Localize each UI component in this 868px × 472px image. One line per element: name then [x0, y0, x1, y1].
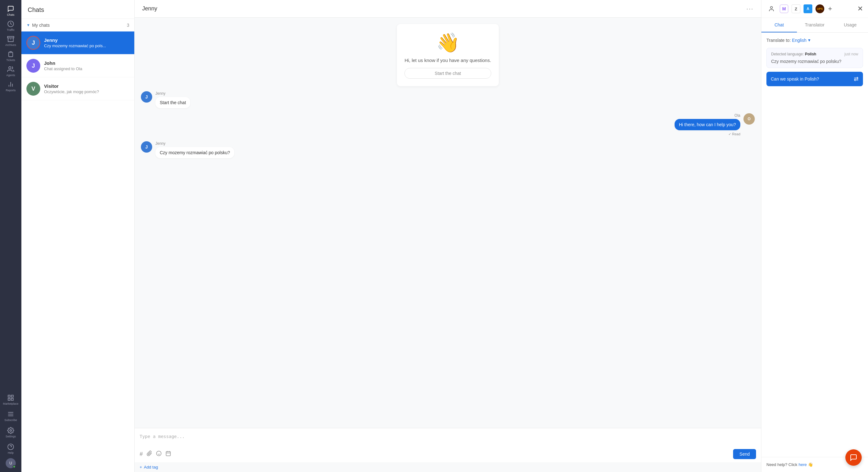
svg-rect-9	[11, 395, 13, 397]
right-panel-body: Translate to: English ▼ Detected languag…	[762, 33, 868, 457]
help-text: Need help? Click	[767, 462, 797, 467]
right-panel-tabs: Chat Translator Usage	[762, 18, 868, 33]
calendar-icon[interactable]	[165, 451, 171, 458]
welcome-text: Hi, let us know if you have any question…	[404, 58, 491, 63]
sidebar-item-marketplace[interactable]: Marketplace	[4, 393, 18, 407]
user-avatar[interactable]: U	[6, 458, 16, 468]
chat-preview-john: Chat assigned to Ola	[44, 66, 129, 71]
translate-language-value: English	[792, 38, 806, 43]
zendesk-z-icon-button[interactable]: Z	[792, 4, 800, 13]
msg-content-2: Ola Hi there, how can I help you? ✓ Read	[675, 113, 740, 136]
msg-content-3: Jenny Czy mozemy rozmawiać po polsku?	[155, 141, 234, 158]
input-area: #	[134, 428, 761, 462]
svg-rect-11	[11, 398, 13, 400]
detected-time: just now	[844, 52, 858, 56]
translation-icon-button[interactable]: A	[804, 4, 812, 13]
sidebar-item-reports[interactable]: Reports	[4, 79, 18, 93]
my-chats-label: My chats	[32, 23, 50, 28]
right-panel-header: M Z A UPS + ✕	[762, 0, 868, 18]
chat-item-visitor[interactable]: V Visitor Oczywiście, jak mogę pomóc?	[21, 78, 134, 100]
welcome-bubble: 👋 Hi, let us know if you have any questi…	[397, 24, 498, 86]
sidebar-item-archives[interactable]: Archives	[4, 34, 18, 48]
chat-name-john: John	[44, 60, 129, 66]
chat-preview-jenny: Czy mozemy rozmawiać po pols...	[44, 43, 129, 48]
person-icon-button[interactable]	[767, 4, 776, 14]
svg-rect-1	[7, 36, 14, 38]
hashtag-icon[interactable]: #	[140, 451, 143, 458]
add-integration-button[interactable]: +	[828, 5, 832, 13]
translate-to-label: Translate to:	[767, 38, 790, 43]
messages-area: 👋 Hi, let us know if you have any questi…	[134, 18, 761, 428]
detected-label: Detected language: Polish	[771, 52, 816, 56]
detected-header: Detected language: Polish just now	[771, 52, 858, 56]
online-indicator	[12, 465, 16, 468]
input-toolbar: #	[140, 449, 756, 459]
send-button[interactable]: Send	[733, 449, 756, 459]
right-panel: M Z A UPS + ✕ Chat Translator Usage Tran…	[761, 0, 868, 472]
sidebar-item-chats[interactable]: Chats	[4, 4, 18, 18]
sidebar-item-traffic[interactable]: Traffic	[4, 19, 18, 33]
svg-point-25	[771, 7, 773, 9]
main-chat: Jenny ··· 👋 Hi, let us know if you have …	[134, 0, 761, 472]
ups-icon-button[interactable]: UPS	[815, 4, 824, 13]
chat-avatar-jenny: J	[26, 36, 40, 50]
tab-chat[interactable]: Chat	[762, 18, 797, 32]
read-status: ✓ Read	[675, 132, 740, 136]
sidebar-item-help[interactable]: Help	[4, 442, 18, 455]
chat-item-jenny[interactable]: J Jenny Czy mozemy rozmawiać po pols...	[21, 31, 134, 54]
wave-emoji: 👋	[404, 31, 491, 54]
sidebar: Chats Traffic Archives Tickets	[0, 0, 21, 472]
help-link[interactable]: here	[799, 462, 807, 467]
attachment-icon[interactable]	[147, 451, 152, 458]
start-chat-button[interactable]: Start the chat	[404, 68, 491, 79]
chat-list: J Jenny Czy mozemy rozmawiać po pols... …	[21, 31, 134, 472]
chat-header: Jenny ···	[134, 0, 761, 18]
chat-info-jenny: Jenny Czy mozemy rozmawiać po pols...	[44, 37, 129, 48]
msg-sender-1: Jenny	[155, 91, 190, 96]
jenny-avatar-msg1: J	[141, 91, 152, 102]
svg-rect-3	[10, 51, 12, 53]
msg-bubble-1: Start the chat	[155, 97, 190, 108]
tab-translator[interactable]: Translator	[797, 18, 833, 32]
zendesk-icon-button[interactable]: M	[780, 4, 788, 13]
message-group-2: O Ola Hi there, how can I help you? ✓ Re…	[141, 113, 755, 136]
msg-content-1: Jenny Start the chat	[155, 91, 190, 108]
svg-point-4	[9, 66, 11, 68]
svg-rect-10	[8, 398, 10, 400]
jenny-avatar-msg3: J	[141, 141, 152, 153]
translate-to-row: Translate to: English ▼	[767, 38, 863, 43]
translate-action-icon[interactable]: ⇄	[854, 76, 859, 83]
chats-panel-title: Chats	[21, 0, 134, 19]
msg-sender-3: Jenny	[155, 141, 234, 146]
messages-wrapper: 👋 Hi, let us know if you have any questi…	[134, 18, 761, 428]
floating-chat-button[interactable]	[845, 449, 862, 466]
svg-rect-8	[8, 395, 10, 397]
sidebar-item-subscribe[interactable]: Subscribe	[4, 409, 18, 423]
chat-header-menu-button[interactable]: ···	[746, 5, 753, 12]
chat-name-visitor: Visitor	[44, 83, 129, 89]
sidebar-item-agents[interactable]: Agents	[4, 64, 18, 78]
my-chats-header[interactable]: ▼ My chats 3	[21, 19, 134, 31]
emoji-icon[interactable]	[156, 451, 162, 458]
close-panel-button[interactable]: ✕	[857, 5, 863, 13]
original-text: Czy mozemy rozmawiać po polsku?	[771, 59, 858, 64]
my-chats-chevron: ▼	[26, 23, 30, 27]
sidebar-item-tickets[interactable]: Tickets	[4, 49, 18, 63]
translate-language-selector[interactable]: English ▼	[792, 38, 811, 43]
message-input[interactable]	[140, 433, 756, 445]
add-tag-button[interactable]: + Add tag	[134, 462, 761, 472]
chats-panel: Chats ▼ My chats 3 J Jenny Czy mozemy ro…	[21, 0, 134, 472]
chat-info-visitor: Visitor Oczywiście, jak mogę pomóc?	[44, 83, 129, 94]
translated-bubble: Can we speak in Polish? ⇄	[767, 72, 863, 86]
add-tag-plus: +	[140, 465, 142, 470]
chat-preview-visitor: Oczywiście, jak mogę pomóc?	[44, 89, 129, 94]
msg-sender-2: Ola	[675, 113, 740, 118]
svg-point-15	[10, 430, 12, 432]
help-emoji: 👋	[808, 462, 813, 467]
my-chats-count: 3	[127, 23, 129, 28]
tab-usage[interactable]: Usage	[833, 18, 868, 32]
chat-item-john[interactable]: J John Chat assigned to Ola	[21, 54, 134, 78]
chat-avatar-john: J	[26, 59, 40, 73]
chat-info-john: John Chat assigned to Ola	[44, 60, 129, 71]
sidebar-item-settings[interactable]: Settings	[4, 425, 18, 439]
